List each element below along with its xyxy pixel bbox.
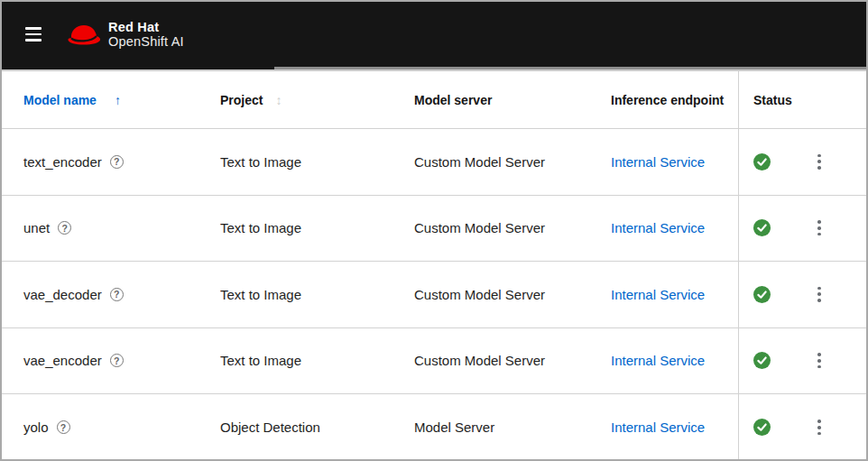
inference-endpoint-cell: Internal Service	[589, 394, 738, 461]
status-success-icon[interactable]	[753, 352, 771, 369]
status-success-icon[interactable]	[753, 153, 771, 171]
kebab-menu-button[interactable]	[810, 215, 828, 241]
model-name: unet	[23, 220, 50, 235]
kebab-icon	[817, 353, 821, 356]
help-icon[interactable]	[57, 420, 70, 434]
hamburger-icon	[25, 27, 42, 30]
table-row: yolo Object Detection Model Server Inter…	[2, 394, 866, 461]
inference-endpoint-cell: Internal Service	[589, 262, 738, 327]
redhat-openshift-ai-logo[interactable]: Red Hat OpenShift AI	[67, 20, 184, 49]
project-cell: Text to Image	[199, 262, 392, 327]
app-window: Red Hat OpenShift AI Model name ↑ Projec…	[0, 0, 868, 461]
column-header-model-server: Model server	[392, 71, 589, 128]
model-server-cell: Model Server	[392, 394, 589, 461]
column-header-model-name[interactable]: Model name ↑	[2, 71, 199, 128]
kebab-icon	[817, 420, 821, 423]
status-cell	[738, 328, 866, 394]
kebab-icon	[817, 287, 821, 290]
inference-endpoint-cell: Internal Service	[589, 196, 738, 262]
help-icon[interactable]	[110, 354, 124, 367]
project-cell: Text to Image	[199, 328, 392, 394]
help-icon[interactable]	[58, 221, 71, 235]
model-server-cell: Custom Model Server	[392, 262, 589, 327]
sortable-icon[interactable]: ↕	[275, 93, 282, 107]
model-server-cell: Custom Model Server	[392, 129, 589, 195]
internal-service-link[interactable]: Internal Service	[611, 353, 705, 368]
model-name: yolo	[23, 420, 49, 435]
kebab-menu-button[interactable]	[810, 347, 828, 373]
kebab-menu-button[interactable]	[810, 149, 828, 175]
internal-service-link[interactable]: Internal Service	[611, 287, 705, 302]
status-success-icon[interactable]	[753, 219, 771, 236]
table-row: text_encoder Text to Image Custom Model …	[2, 129, 866, 196]
brand-name: Red Hat	[108, 20, 184, 34]
project-cell: Text to Image	[199, 196, 392, 262]
horizontal-scrollbar[interactable]	[2, 67, 866, 71]
column-header-status: Status	[738, 71, 866, 128]
redhat-fedora-icon	[67, 23, 101, 47]
model-name-cell: vae_encoder	[2, 328, 199, 394]
column-header-project[interactable]: Project ↕	[199, 71, 392, 128]
model-server-cell: Custom Model Server	[392, 196, 589, 262]
model-name-cell: vae_decoder	[2, 262, 199, 327]
brand-product: OpenShift AI	[108, 34, 184, 49]
status-success-icon[interactable]	[753, 419, 771, 436]
model-name-cell: unet	[2, 196, 199, 262]
table-row: vae_encoder Text to Image Custom Model S…	[2, 328, 866, 395]
status-cell	[738, 394, 866, 461]
scrollbar-track	[274, 67, 866, 69]
model-name: vae_encoder	[23, 353, 102, 368]
status-cell	[738, 196, 866, 262]
table-row: vae_decoder Text to Image Custom Model S…	[2, 262, 866, 328]
project-cell: Text to Image	[199, 129, 392, 195]
table-body: text_encoder Text to Image Custom Model …	[2, 129, 866, 461]
model-name: vae_decoder	[23, 287, 102, 302]
model-name: text_encoder	[23, 154, 102, 170]
internal-service-link[interactable]: Internal Service	[611, 420, 705, 435]
model-name-cell: yolo	[2, 394, 199, 461]
model-name-cell: text_encoder	[2, 129, 199, 195]
inference-endpoint-cell: Internal Service	[589, 328, 738, 394]
scrollbar-thumb[interactable]	[2, 67, 274, 69]
deployed-models-table: Model name ↑ Project ↕ Model server Infe…	[2, 71, 866, 461]
table-header-row: Model name ↑ Project ↕ Model server Infe…	[2, 71, 866, 129]
table-row: unet Text to Image Custom Model Server I…	[2, 196, 866, 263]
kebab-icon	[817, 154, 821, 158]
internal-service-link[interactable]: Internal Service	[611, 154, 705, 170]
help-icon[interactable]	[110, 288, 124, 301]
kebab-menu-button[interactable]	[810, 414, 828, 440]
kebab-menu-button[interactable]	[810, 281, 828, 308]
internal-service-link[interactable]: Internal Service	[611, 220, 705, 235]
inference-endpoint-cell: Internal Service	[589, 129, 738, 195]
help-icon[interactable]	[110, 155, 124, 169]
sort-ascending-icon[interactable]: ↑	[115, 93, 121, 107]
project-cell: Object Detection	[199, 394, 392, 461]
nav-menu-toggle-button[interactable]	[23, 22, 43, 47]
kebab-icon	[817, 220, 821, 224]
column-header-inference-endpoint: Inference endpoint	[589, 71, 738, 128]
status-cell	[738, 262, 866, 327]
status-success-icon[interactable]	[753, 286, 771, 303]
status-cell	[738, 129, 866, 195]
masthead: Red Hat OpenShift AI	[2, 2, 866, 67]
model-server-cell: Custom Model Server	[392, 328, 589, 394]
